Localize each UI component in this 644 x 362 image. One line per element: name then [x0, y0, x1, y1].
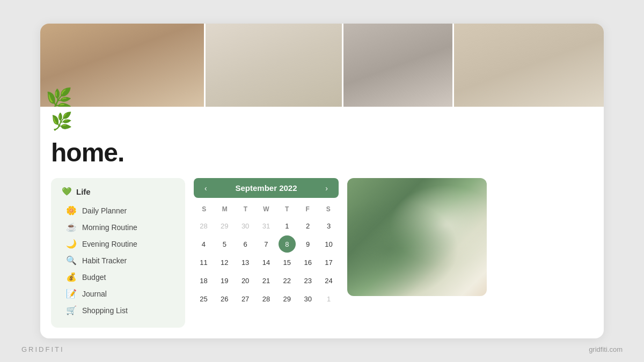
cal-cell[interactable]: 22	[279, 272, 296, 289]
day-header-thu: T	[276, 203, 297, 215]
cal-cell[interactable]: 21	[258, 272, 275, 289]
cal-cell[interactable]: 12	[216, 254, 233, 271]
cal-cell[interactable]: 26	[216, 290, 233, 307]
daily-planner-label: Daily Planner	[82, 206, 127, 215]
logo-area: 🌿	[40, 107, 604, 131]
cal-cell[interactable]: 17	[320, 254, 338, 271]
calendar-weeks: 28 29 30 31 1 2 3 4 5 6 7 8	[194, 217, 339, 307]
cal-cell[interactable]: 10	[320, 235, 338, 253]
cal-week-3: 11 12 13 14 15 16 17	[194, 254, 339, 271]
cal-cell[interactable]: 13	[237, 254, 254, 271]
cal-cell[interactable]: 7	[258, 235, 275, 253]
cal-cell[interactable]: 16	[299, 254, 317, 271]
cal-cell-selected[interactable]: 8	[279, 235, 296, 253]
calendar-day-headers: S M T W T F S	[194, 203, 339, 215]
journal-label: Journal	[82, 290, 107, 298]
cal-cell[interactable]: 18	[195, 272, 212, 289]
day-header-mon: M	[215, 203, 236, 215]
sidebar-item-morning-routine[interactable]: ☕ Morning Routine	[62, 219, 174, 235]
cal-cell[interactable]: 28	[195, 217, 212, 234]
sidebar-item-budget[interactable]: 💰 Budget	[62, 269, 174, 285]
budget-label: Budget	[82, 273, 106, 282]
cal-cell[interactable]: 30	[237, 217, 254, 234]
cal-week-1: 28 29 30 31 1 2 3	[194, 217, 339, 234]
morning-routine-label: Morning Routine	[82, 223, 137, 232]
main-content: 💚 Life 🌼 Daily Planner ☕ Morning Routine…	[40, 178, 604, 338]
sidebar-section-header: 💚 Life	[62, 187, 174, 196]
shopping-list-label: Shopping List	[82, 306, 128, 315]
cal-cell[interactable]: 2	[299, 217, 317, 234]
calendar-month-title: September 2022	[235, 183, 297, 193]
cal-cell[interactable]: 28	[258, 290, 275, 307]
calendar-prev-button[interactable]: ‹	[202, 184, 209, 193]
photo-2	[206, 24, 342, 107]
cal-cell[interactable]: 9	[299, 235, 317, 253]
cal-week-2: 4 5 6 7 8 9 10	[194, 235, 339, 253]
plant-overlay-icon: 🌿	[46, 87, 72, 107]
cal-cell[interactable]: 5	[216, 235, 233, 253]
cal-cell[interactable]: 14	[258, 254, 275, 271]
page-title: home.	[40, 131, 604, 178]
cal-week-4: 18 19 20 21 22 23 24	[194, 272, 339, 289]
day-header-tue: T	[235, 203, 256, 215]
cal-cell[interactable]: 27	[237, 290, 254, 307]
cal-cell[interactable]: 11	[195, 254, 212, 271]
cal-cell[interactable]: 29	[279, 290, 296, 307]
calendar-header: ‹ September 2022 ›	[194, 178, 339, 198]
plant-logo-icon: 🌿	[51, 111, 72, 131]
cal-week-5: 25 26 27 28 29 30 1	[194, 290, 339, 307]
morning-routine-icon: ☕	[66, 222, 77, 232]
sidebar-item-journal[interactable]: 📝 Journal	[62, 286, 174, 301]
calendar-section: ‹ September 2022 › S M T W T F S 28	[194, 178, 339, 307]
journal-icon: 📝	[66, 289, 77, 299]
photo-3	[343, 24, 452, 107]
cal-cell[interactable]: 1	[320, 290, 338, 307]
daily-planner-icon: 🌼	[66, 205, 77, 216]
photo-1: 🌿	[40, 24, 204, 107]
brand-url: gridfiti.com	[589, 345, 623, 353]
calendar-grid: S M T W T F S 28 29 30 31 1	[194, 203, 339, 307]
cal-cell[interactable]: 24	[320, 272, 338, 289]
cal-cell[interactable]: 6	[237, 235, 254, 253]
budget-icon: 💰	[66, 272, 77, 282]
cal-cell[interactable]: 25	[195, 290, 212, 307]
cal-cell[interactable]: 15	[279, 254, 296, 271]
bottom-bar: GRIDFITI gridfiti.com	[0, 345, 644, 353]
day-header-wed: W	[256, 203, 277, 215]
sidebar: 💚 Life 🌼 Daily Planner ☕ Morning Routine…	[51, 178, 185, 328]
cal-cell[interactable]: 4	[195, 235, 212, 253]
sidebar-item-habit-tracker[interactable]: 🔍 Habit Tracker	[62, 253, 174, 268]
life-icon: 💚	[62, 187, 72, 196]
day-header-fri: F	[297, 203, 318, 215]
habit-tracker-label: Habit Tracker	[82, 256, 127, 265]
main-card: 🌿 🌿 home. 💚 Life 🌼 Daily Planner ☕ Morni…	[40, 24, 604, 338]
sidebar-section-title-text: Life	[76, 187, 91, 196]
photo-strip: 🌿	[40, 24, 604, 107]
cal-cell[interactable]: 30	[299, 290, 317, 307]
cal-cell[interactable]: 3	[320, 217, 338, 234]
shopping-list-icon: 🛒	[66, 305, 77, 315]
habit-tracker-icon: 🔍	[66, 255, 77, 265]
cal-cell[interactable]: 1	[279, 217, 296, 234]
lifestyle-image	[347, 178, 487, 296]
calendar-next-button[interactable]: ›	[323, 184, 330, 193]
day-header-sun: S	[194, 203, 215, 215]
cal-cell[interactable]: 19	[216, 272, 233, 289]
cal-cell[interactable]: 29	[216, 217, 233, 234]
cal-cell[interactable]: 20	[237, 272, 254, 289]
day-header-sat: S	[318, 203, 339, 215]
brand-name: GRIDFITI	[21, 345, 64, 353]
sidebar-item-shopping-list[interactable]: 🛒 Shopping List	[62, 302, 174, 318]
cal-cell[interactable]: 23	[299, 272, 317, 289]
evening-routine-label: Evening Routine	[82, 240, 137, 248]
sidebar-item-daily-planner[interactable]: 🌼 Daily Planner	[62, 203, 174, 218]
photo-4	[454, 24, 604, 107]
evening-routine-icon: 🌙	[66, 239, 77, 249]
sidebar-item-evening-routine[interactable]: 🌙 Evening Routine	[62, 236, 174, 252]
cal-cell[interactable]: 31	[258, 217, 275, 234]
